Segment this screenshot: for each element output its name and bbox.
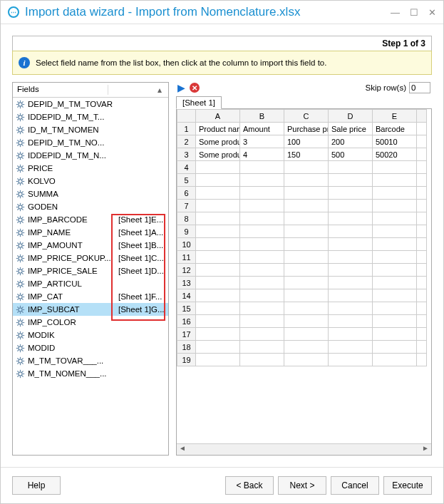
grid-cell[interactable] (284, 212, 329, 225)
grid-cell[interactable] (240, 187, 284, 200)
grid-cell[interactable] (373, 200, 417, 212)
field-row[interactable]: IMP_COLOR (13, 316, 168, 329)
field-row[interactable]: IMP_PRICE_SALE[Sheet 1]D... (13, 264, 168, 277)
grid-cell[interactable] (196, 187, 240, 200)
grid-cell[interactable] (240, 302, 284, 315)
field-row[interactable]: KOLVO (13, 175, 168, 187)
grid-cell[interactable]: Product name (196, 123, 240, 135)
grid-cell[interactable] (373, 251, 417, 264)
minimize-button[interactable]: — (391, 7, 400, 18)
grid-cell[interactable] (240, 225, 284, 238)
grid-cell[interactable] (196, 328, 240, 341)
grid-cell[interactable] (196, 251, 240, 264)
row-number[interactable]: 12 (177, 264, 196, 277)
grid-cell[interactable] (373, 174, 417, 187)
field-row[interactable]: IMP_CAT[Sheet 1]F... (13, 290, 168, 303)
grid-cell[interactable] (196, 161, 240, 174)
row-number[interactable]: 10 (177, 238, 196, 251)
field-row[interactable]: ID_M_TM_NOMEN (13, 123, 168, 136)
grid-cell[interactable] (329, 200, 373, 212)
field-row[interactable]: GODEN (13, 200, 168, 213)
back-button[interactable]: < Back (225, 476, 274, 495)
grid-cell[interactable]: Some produc (196, 135, 240, 148)
grid-cell[interactable] (373, 341, 417, 354)
field-row[interactable]: IMP_AMOUNT[Sheet 1]B... (13, 239, 168, 252)
grid-cell[interactable]: 200 (329, 135, 373, 148)
maximize-button[interactable]: ☐ (410, 7, 418, 18)
grid-cell[interactable] (373, 315, 417, 328)
grid-cell[interactable] (240, 161, 284, 174)
row-number[interactable]: 9 (177, 225, 196, 238)
field-row[interactable]: IMP_ARTICUL (13, 277, 168, 290)
grid-cell[interactable] (329, 341, 373, 354)
field-row[interactable]: IMP_NAME[Sheet 1]A... (13, 226, 168, 239)
grid-cell[interactable] (284, 238, 329, 251)
grid-cell[interactable] (329, 302, 373, 315)
grid-cell[interactable] (196, 238, 240, 251)
grid-cell[interactable] (240, 354, 284, 366)
grid-cell[interactable] (373, 238, 417, 251)
next-button[interactable]: Next > (278, 476, 326, 495)
row-number[interactable]: 11 (177, 251, 196, 264)
field-row[interactable]: IMP_SUBCAT[Sheet 1]G... (13, 303, 168, 316)
grid-cell[interactable] (373, 302, 417, 315)
column-header[interactable]: B (240, 110, 284, 123)
row-number[interactable]: 7 (177, 200, 196, 212)
row-number[interactable]: 3 (177, 148, 196, 161)
column-header[interactable]: A (196, 110, 240, 123)
grid-cell[interactable]: Purchase pric (284, 123, 329, 135)
grid-cell[interactable] (284, 302, 329, 315)
grid-cell[interactable] (240, 277, 284, 289)
grid-cell[interactable]: Amount (240, 123, 284, 135)
field-row[interactable]: IDDEPID_M_TM_T... (13, 110, 168, 123)
grid-cell[interactable] (373, 264, 417, 277)
execute-button[interactable]: Execute (383, 476, 432, 495)
grid-cell[interactable] (373, 277, 417, 289)
row-number[interactable]: 5 (177, 174, 196, 187)
row-number[interactable]: 1 (177, 123, 196, 135)
grid-cell[interactable] (240, 238, 284, 251)
field-row[interactable]: IMP_PRICE_POKUP...[Sheet 1]C... (13, 252, 168, 264)
grid-cell[interactable]: 100 (284, 135, 329, 148)
grid-cell[interactable]: 4 (240, 148, 284, 161)
grid-cell[interactable] (373, 289, 417, 302)
grid-cell[interactable] (284, 277, 329, 289)
play-icon[interactable]: ▶ (177, 82, 185, 93)
grid-cell[interactable] (240, 328, 284, 341)
grid-cell[interactable] (284, 251, 329, 264)
row-number[interactable]: 17 (177, 328, 196, 341)
grid-cell[interactable] (196, 200, 240, 212)
grid-cell[interactable]: Barcode (373, 123, 417, 135)
field-row[interactable]: MODID (13, 341, 168, 354)
grid-cell[interactable]: 50010 (373, 135, 417, 148)
row-number[interactable]: 18 (177, 341, 196, 354)
grid-cell[interactable] (240, 289, 284, 302)
grid-cell[interactable] (196, 354, 240, 366)
column-header[interactable]: D (329, 110, 373, 123)
grid-cell[interactable] (329, 225, 373, 238)
row-number[interactable]: 19 (177, 354, 196, 366)
grid-cell[interactable] (240, 174, 284, 187)
grid-cell[interactable] (373, 187, 417, 200)
help-button[interactable]: Help (12, 476, 61, 495)
grid-cell[interactable] (373, 354, 417, 366)
grid-cell[interactable] (329, 174, 373, 187)
grid-cell[interactable] (196, 174, 240, 187)
grid-cell[interactable] (196, 212, 240, 225)
skip-rows-input[interactable] (409, 82, 430, 93)
grid-cell[interactable] (196, 315, 240, 328)
field-row[interactable]: DEPID_M_TM_NO... (13, 136, 168, 149)
grid-cell[interactable] (196, 277, 240, 289)
grid-cell[interactable] (240, 341, 284, 354)
field-row[interactable]: DEPID_M_TM_TOVAR (13, 98, 168, 110)
grid-cell[interactable] (284, 174, 329, 187)
grid-cell[interactable] (284, 354, 329, 366)
grid-cell[interactable] (329, 264, 373, 277)
grid-cell[interactable] (240, 315, 284, 328)
grid-cell[interactable] (329, 328, 373, 341)
field-row[interactable]: M_TM_TOVAR___... (13, 354, 168, 367)
sheet-tab[interactable]: [Sheet 1] (176, 96, 222, 109)
grid-cell[interactable]: 50020 (373, 148, 417, 161)
grid-cell[interactable] (329, 277, 373, 289)
grid-cell[interactable] (329, 238, 373, 251)
